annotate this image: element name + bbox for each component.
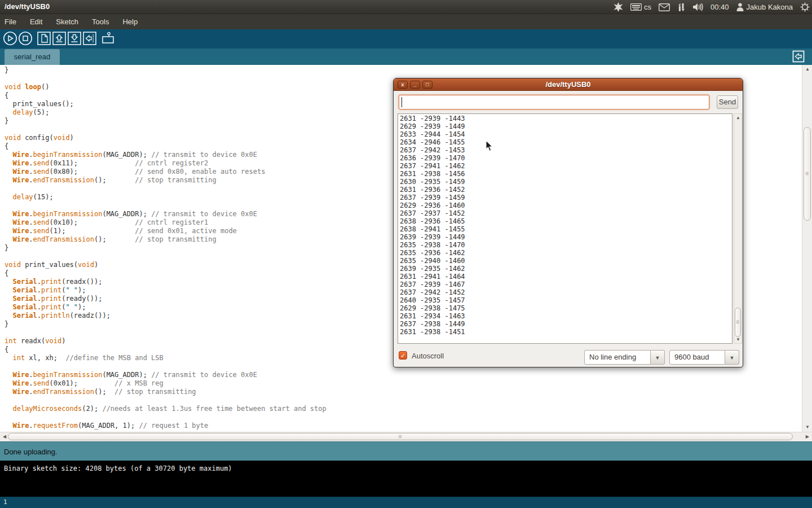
user-name: Jakub Kakona: [747, 3, 793, 11]
arduino-ide-screen: /dev/ttyUSB0 cs 00:40 Jakub Kakona: [0, 0, 812, 508]
code-line: Wire.beginTransmission(MAG_ADDR); // tra…: [5, 151, 326, 159]
serial-monitor-toggle-icon[interactable]: [792, 50, 805, 63]
mouse-cursor: [486, 140, 493, 154]
code-line: print_values();: [5, 100, 326, 108]
code-line: Wire.endTransmission(); // stop transmit…: [5, 176, 326, 185]
code-line: Serial.print(" ");: [5, 286, 326, 295]
code-line: }: [5, 117, 326, 125]
editor-horizontal-scrollbar[interactable]: ◀ ☰ ▶: [0, 432, 812, 441]
stop-button[interactable]: [18, 31, 33, 46]
keyboard-layout-label: cs: [644, 3, 651, 11]
code-line: [5, 413, 326, 422]
code-line: [5, 396, 326, 405]
code-line: int readx(void): [5, 337, 326, 345]
editor-scrollbar-thumb[interactable]: ☰: [804, 127, 811, 221]
menu-sketch[interactable]: Sketch: [49, 14, 85, 29]
code-line: }: [5, 320, 326, 329]
status-bar: Done uploading.: [0, 441, 812, 461]
new-sketch-button[interactable]: [37, 31, 51, 46]
baud-rate-select[interactable]: 9600 baud: [669, 350, 725, 365]
serial-window-titlebar[interactable]: x _ □ /dev/ttyUSB0: [394, 78, 743, 91]
code-line: [5, 125, 326, 134]
status-message: Done uploading.: [4, 448, 58, 456]
code-line: Wire.send(0x01); // x MSB reg: [5, 379, 326, 388]
editor-vertical-scrollbar[interactable]: ▲ ☰ ▼: [802, 65, 812, 432]
code-line: int xl, xh; //define the MSB and LSB: [5, 354, 326, 362]
autoscroll-label: Autoscroll: [412, 352, 444, 360]
tab-serial-read[interactable]: serial_read: [5, 49, 60, 65]
app-indicator-icon[interactable]: [614, 2, 623, 12]
code-line: Wire.endTransmission(); // stop transmit…: [5, 388, 326, 396]
menu-tools[interactable]: Tools: [85, 14, 116, 29]
code-line: }: [5, 244, 326, 252]
code-line: Wire.send(1); // send 0x01, active mode: [5, 227, 326, 235]
menu-edit[interactable]: Edit: [23, 14, 49, 29]
code-line: Wire.beginTransmission(MAG_ADDR); // tra…: [5, 210, 326, 218]
serial-monitor-button[interactable]: [100, 31, 115, 46]
code-line: [5, 362, 326, 371]
session-gear-icon[interactable]: [800, 2, 810, 12]
mail-icon[interactable]: [659, 3, 670, 11]
code-line: Serial.println(readz());: [5, 312, 326, 320]
tab-bar: serial_read: [0, 49, 812, 65]
console-output: Binary sketch size: 4208 bytes (of a 307…: [4, 465, 232, 472]
scroll-up-icon[interactable]: ▲: [805, 67, 810, 72]
code-line: void print_values(void): [5, 261, 326, 269]
line-ending-select[interactable]: No line ending: [584, 350, 651, 365]
code-line: delayMicroseconds(2); //needs at least 1…: [5, 405, 326, 413]
code-line: [5, 75, 326, 83]
code-line: void config(void): [5, 134, 326, 142]
serial-scrollbar-thumb[interactable]: ☰: [735, 308, 741, 337]
keyboard-indicator[interactable]: cs: [630, 3, 651, 11]
line-ending-dropdown-icon[interactable]: ▼: [651, 350, 665, 365]
code-line: void loop(): [5, 83, 326, 91]
current-line-number: 1: [3, 498, 7, 506]
serial-send-input[interactable]: [399, 95, 709, 110]
scroll-down-icon[interactable]: ▼: [736, 338, 740, 342]
autoscroll-checkbox[interactable]: ✓: [399, 351, 407, 360]
code-line: }: [5, 66, 326, 75]
scroll-left-icon[interactable]: ◀: [3, 435, 6, 439]
network-icon[interactable]: [677, 3, 686, 12]
open-button[interactable]: [52, 31, 67, 46]
text-caret: [401, 97, 402, 107]
user-menu[interactable]: Jakub Kakona: [736, 3, 793, 11]
verify-button[interactable]: [3, 31, 17, 46]
code-line: Wire.endTransmission(); // stop transmit…: [5, 235, 326, 244]
code-line: [5, 185, 326, 193]
code-line: Wire.send(0x10); // cntrl register1: [5, 218, 326, 227]
code-line: [5, 252, 326, 261]
send-button[interactable]: Send: [717, 95, 738, 109]
code-line: delay(15);: [5, 193, 326, 202]
menu-file[interactable]: File: [0, 14, 23, 29]
toolbar: [0, 29, 812, 49]
window-title: /dev/ttyUSB0: [5, 2, 50, 11]
menu-help[interactable]: Help: [116, 14, 144, 29]
save-button[interactable]: [67, 31, 82, 46]
volume-icon[interactable]: [693, 3, 703, 11]
clock[interactable]: 00:40: [710, 3, 729, 11]
scroll-right-icon[interactable]: ▶: [806, 435, 809, 439]
serial-scrollbar[interactable]: ▲ ☰ ▼: [734, 113, 742, 344]
scroll-up-icon[interactable]: ▲: [736, 116, 740, 120]
code-line: Wire.requestFrom(MAG_ADDR, 1); // reques…: [5, 422, 326, 430]
code-line: Serial.print(" ");: [5, 303, 326, 312]
system-tray: cs 00:40 Jakub Kakona: [614, 0, 810, 14]
serial-output-area[interactable]: 2631 -2939 -1443 2629 -2939 -1449 2633 -…: [398, 113, 732, 344]
serial-monitor-window: x _ □ /dev/ttyUSB0 Send 2631 -2939 -1443…: [393, 78, 743, 367]
baud-rate-dropdown-icon[interactable]: ▼: [725, 350, 739, 365]
code-text: } void loop(){ print_values(); delay(5);…: [5, 66, 326, 430]
code-line: {: [5, 142, 326, 151]
code-line: Serial.print(ready());: [5, 295, 326, 303]
editor-hscrollbar-thumb[interactable]: ☰: [8, 433, 793, 440]
code-line: [5, 329, 326, 337]
serial-output-text: 2631 -2939 -1443 2629 -2939 -1449 2633 -…: [400, 115, 465, 336]
serial-window-title: /dev/ttyUSB0: [394, 80, 743, 89]
code-line: [5, 202, 326, 210]
upload-button[interactable]: [82, 31, 97, 46]
code-line: delay(5);: [5, 108, 326, 117]
build-console: Binary sketch size: 4208 bytes (of a 307…: [0, 461, 812, 497]
scroll-down-icon[interactable]: ▼: [805, 425, 810, 430]
code-line: {: [5, 345, 326, 354]
code-line: Wire.send(0x80); // send 0x80, enable au…: [5, 168, 326, 176]
